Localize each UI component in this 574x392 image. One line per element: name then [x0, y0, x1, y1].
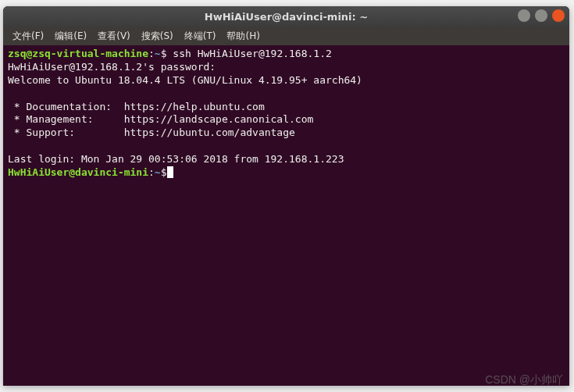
prompt-sep: : [148, 166, 155, 178]
prompt-sep: : [148, 48, 155, 59]
terminal-window: HwHiAiUser@davinci-mini: ~ 文件(F) 编辑(E) 查… [3, 6, 569, 386]
output-line: * Support: https://ubuntu.com/advantage [8, 127, 295, 138]
output-line: Welcome to Ubuntu 18.04.4 LTS (GNU/Linux… [8, 74, 362, 86]
command-text: ssh HwHiAiUser@192.168.1.2 [173, 48, 332, 59]
menu-file[interactable]: 文件(F) [8, 28, 48, 45]
menu-edit[interactable]: 编辑(E) [50, 28, 91, 45]
terminal-area[interactable]: zsq@zsq-virtual-machine:~$ ssh HwHiAiUse… [3, 45, 569, 386]
window-controls [518, 9, 565, 22]
menu-help[interactable]: 帮助(H) [222, 28, 264, 45]
menu-terminal[interactable]: 终端(T) [180, 28, 221, 45]
prompt-dollar: $ [161, 48, 173, 59]
menu-view[interactable]: 查看(V) [93, 28, 135, 45]
prompt-path: ~ [155, 166, 161, 178]
menu-search[interactable]: 搜索(S) [137, 28, 178, 45]
cursor [167, 166, 173, 178]
minimize-button[interactable] [518, 9, 530, 22]
prompt-path: ~ [155, 48, 161, 59]
close-button[interactable] [552, 9, 565, 22]
window-title: HwHiAiUser@davinci-mini: ~ [205, 11, 368, 23]
prompt-dollar: $ [161, 166, 167, 178]
menubar: 文件(F) 编辑(E) 查看(V) 搜索(S) 终端(T) 帮助(H) [3, 27, 569, 45]
maximize-button[interactable] [535, 9, 547, 22]
prompt-user-host: HwHiAiUser@davinci-mini [8, 166, 148, 178]
prompt-user-host: zsq@zsq-virtual-machine [8, 48, 148, 59]
titlebar: HwHiAiUser@davinci-mini: ~ [3, 6, 569, 27]
watermark: CSDN @小帅吖 [485, 373, 563, 387]
output-line: * Management: https://landscape.canonica… [8, 113, 313, 125]
output-line: Last login: Mon Jan 29 00:53:06 2018 fro… [8, 153, 344, 165]
output-line: HwHiAiUser@192.168.1.2's password: [8, 61, 216, 73]
output-line: * Documentation: https://help.ubuntu.com [8, 101, 265, 112]
